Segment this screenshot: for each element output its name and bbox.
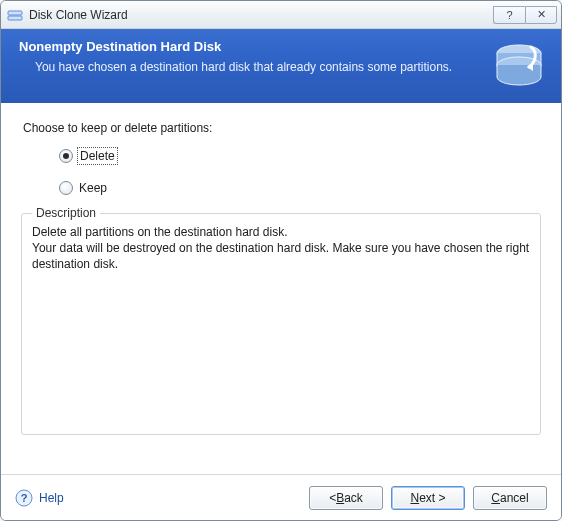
back-mnemonic: B	[336, 491, 344, 505]
cancel-suffix: ancel	[500, 491, 529, 505]
help-link[interactable]: ? Help	[15, 489, 64, 507]
banner-heading: Nonempty Destination Hard Disk	[19, 39, 547, 54]
cancel-button[interactable]: Cancel	[473, 486, 547, 510]
svg-text:?: ?	[21, 492, 28, 504]
radio-delete-label: Delete	[79, 149, 116, 163]
radio-delete[interactable]: Delete	[59, 149, 543, 163]
banner: Nonempty Destination Hard Disk You have …	[1, 29, 561, 103]
radio-delete-indicator	[59, 149, 73, 163]
content-area: Choose to keep or delete partitions: Del…	[1, 103, 561, 474]
wizard-window: Disk Clone Wizard ? ✕ Nonempty Destinati…	[0, 0, 562, 521]
description-box: Description Delete all partitions on the…	[21, 213, 541, 435]
footer: ? Help < Back Next > Cancel	[1, 474, 561, 520]
help-icon: ?	[15, 489, 33, 507]
back-prefix: <	[329, 491, 336, 505]
cancel-mnemonic: C	[491, 491, 500, 505]
description-legend: Description	[32, 206, 100, 220]
radio-keep-indicator	[59, 181, 73, 195]
window-title: Disk Clone Wizard	[29, 8, 493, 22]
titlebar-help-button[interactable]: ?	[493, 6, 525, 24]
close-glyph: ✕	[537, 8, 546, 21]
help-label: Help	[39, 491, 64, 505]
next-suffix: ext >	[419, 491, 445, 505]
svg-rect-0	[8, 11, 22, 15]
next-mnemonic: N	[410, 491, 419, 505]
disk-stack-icon	[491, 39, 547, 91]
help-glyph: ?	[506, 9, 512, 21]
banner-subheading: You have chosen a destination hard disk …	[35, 60, 547, 74]
partition-choice-group: Delete Keep	[59, 149, 543, 195]
next-button[interactable]: Next >	[391, 486, 465, 510]
prompt-text: Choose to keep or delete partitions:	[23, 121, 543, 135]
radio-keep[interactable]: Keep	[59, 181, 543, 195]
radio-keep-label: Keep	[79, 181, 107, 195]
caption-buttons: ? ✕	[493, 6, 557, 24]
svg-rect-1	[8, 16, 22, 20]
back-button[interactable]: < Back	[309, 486, 383, 510]
description-text: Delete all partitions on the destination…	[32, 224, 530, 273]
app-icon	[7, 7, 23, 23]
titlebar-close-button[interactable]: ✕	[525, 6, 557, 24]
titlebar: Disk Clone Wizard ? ✕	[1, 1, 561, 29]
back-suffix: ack	[344, 491, 363, 505]
